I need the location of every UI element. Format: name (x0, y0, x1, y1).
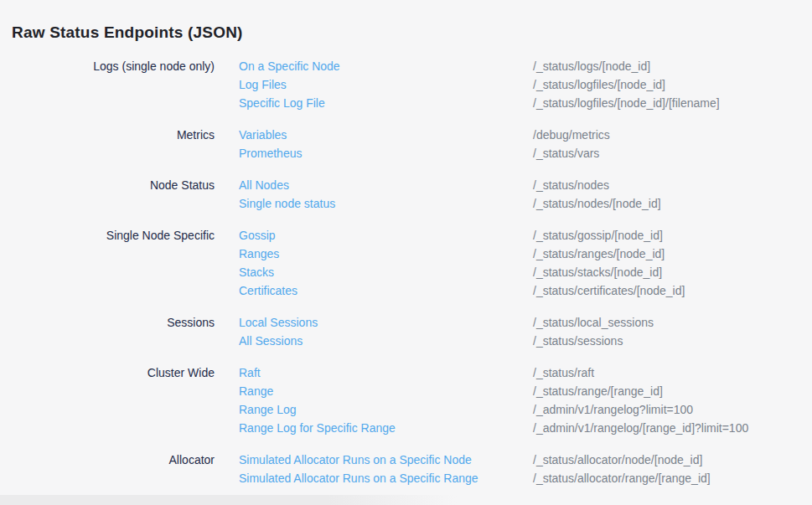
group-rows: Raft /_status/raft Range /_status/range/… (215, 363, 812, 437)
endpoint-row: Simulated Allocator Runs on a Specific N… (215, 451, 812, 469)
endpoint-path: /_status/allocator/node/[node_id] (533, 451, 702, 469)
endpoint-group: Logs (single node only) On a Specific No… (0, 57, 812, 112)
endpoint-link[interactable]: Prometheus (239, 147, 302, 160)
endpoint-row: Specific Log File /_status/logfiles/[nod… (215, 94, 812, 112)
endpoint-path: /_status/vars (533, 144, 599, 162)
bottom-shadow (0, 495, 457, 505)
endpoint-group: Metrics Variables /debug/metrics Prometh… (0, 126, 812, 162)
endpoint-row: Single node status /_status/nodes/[node_… (215, 194, 812, 213)
endpoint-path: /_status/local_sessions (533, 313, 654, 332)
endpoint-row: Prometheus /_status/vars (215, 144, 812, 162)
endpoint-row: All Nodes /_status/nodes (215, 176, 812, 194)
endpoint-row: Range /_status/range/[range_id] (215, 382, 812, 400)
endpoint-path: /_status/gossip/[node_id] (533, 226, 663, 245)
endpoint-link[interactable]: Range Log (239, 403, 297, 416)
endpoint-path: /_status/ranges/[node_id] (533, 245, 665, 263)
endpoint-row: Local Sessions /_status/local_sessions (215, 313, 812, 332)
endpoint-row: Range Log for Specific Range /_admin/v1/… (215, 419, 812, 437)
endpoint-link[interactable]: Local Sessions (239, 316, 318, 329)
endpoint-groups: Logs (single node only) On a Specific No… (0, 57, 812, 487)
group-rows: Variables /debug/metrics Prometheus /_st… (215, 126, 812, 162)
endpoint-link[interactable]: Stacks (239, 265, 274, 279)
endpoint-row: Ranges /_status/ranges/[node_id] (215, 245, 812, 263)
endpoint-row: Simulated Allocator Runs on a Specific R… (215, 469, 812, 487)
endpoint-path: /_status/logfiles/[node_id]/[filename] (533, 94, 720, 112)
endpoint-row: Range Log /_admin/v1/rangelog?limit=100 (215, 400, 812, 419)
group-rows: Local Sessions /_status/local_sessions A… (215, 313, 812, 350)
endpoint-path: /_status/nodes/[node_id] (533, 194, 661, 213)
category-label: Sessions (0, 313, 215, 350)
endpoint-path: /_status/raft (533, 363, 594, 382)
endpoint-row: All Sessions /_status/sessions (215, 332, 812, 350)
endpoint-row: Log Files /_status/logfiles/[node_id] (215, 75, 812, 94)
endpoint-link[interactable]: Single node status (239, 197, 335, 210)
group-rows: Gossip /_status/gossip/[node_id] Ranges … (215, 226, 812, 300)
endpoint-link[interactable]: Gossip (239, 229, 276, 242)
endpoint-path: /_status/allocator/range/[range_id] (533, 469, 711, 487)
endpoint-link[interactable]: On a Specific Node (239, 59, 340, 73)
endpoint-group: Cluster Wide Raft /_status/raft Range /_… (0, 363, 812, 437)
category-label: Node Status (0, 176, 215, 213)
group-rows: Simulated Allocator Runs on a Specific N… (215, 451, 812, 487)
endpoint-group: Node Status All Nodes /_status/nodes Sin… (0, 176, 812, 213)
endpoint-link[interactable]: Raft (239, 366, 261, 379)
endpoint-link[interactable]: Ranges (239, 247, 279, 260)
page-title: Raw Status Endpoints (JSON) (0, 11, 812, 44)
endpoint-path: /_status/stacks/[node_id] (533, 263, 662, 281)
endpoint-path: /_status/certificates/[node_id] (533, 281, 685, 300)
endpoint-row: On a Specific Node /_status/logs/[node_i… (215, 57, 812, 75)
endpoint-link[interactable]: Range Log for Specific Range (239, 421, 396, 435)
endpoint-link[interactable]: Range (239, 384, 273, 398)
category-label: Cluster Wide (0, 363, 215, 437)
endpoint-path: /_admin/v1/rangelog/[range_id]?limit=100 (533, 419, 748, 437)
endpoint-row: Raft /_status/raft (215, 363, 812, 382)
endpoint-row: Gossip /_status/gossip/[node_id] (215, 226, 812, 245)
endpoint-link[interactable]: Specific Log File (239, 96, 325, 110)
category-label: Allocator (0, 451, 215, 487)
category-label: Single Node Specific (0, 226, 215, 300)
category-label: Logs (single node only) (0, 57, 215, 112)
endpoint-group: Single Node Specific Gossip /_status/gos… (0, 226, 812, 300)
category-label: Metrics (0, 126, 215, 162)
endpoint-path: /_status/range/[range_id] (533, 382, 663, 400)
endpoint-path: /_status/logfiles/[node_id] (533, 75, 665, 94)
endpoint-link[interactable]: Log Files (239, 78, 287, 91)
endpoint-link[interactable]: Simulated Allocator Runs on a Specific N… (239, 453, 472, 466)
group-rows: All Nodes /_status/nodes Single node sta… (215, 176, 812, 213)
endpoint-link[interactable]: Variables (239, 128, 287, 142)
endpoint-path: /_status/logs/[node_id] (533, 57, 650, 75)
endpoint-group: Allocator Simulated Allocator Runs on a … (0, 451, 812, 487)
endpoint-row: Variables /debug/metrics (215, 126, 812, 144)
endpoint-path: /_admin/v1/rangelog?limit=100 (533, 400, 693, 419)
endpoint-link[interactable]: Simulated Allocator Runs on a Specific R… (239, 472, 478, 485)
endpoint-path: /debug/metrics (533, 126, 610, 144)
endpoint-group: Sessions Local Sessions /_status/local_s… (0, 313, 812, 350)
group-rows: On a Specific Node /_status/logs/[node_i… (215, 57, 812, 112)
endpoint-link[interactable]: Certificates (239, 284, 297, 297)
endpoint-path: /_status/nodes (533, 176, 609, 194)
endpoint-link[interactable]: All Sessions (239, 334, 303, 348)
endpoint-link[interactable]: All Nodes (239, 178, 289, 192)
endpoint-row: Stacks /_status/stacks/[node_id] (215, 263, 812, 281)
endpoint-path: /_status/sessions (533, 332, 623, 350)
endpoint-row: Certificates /_status/certificates/[node… (215, 281, 812, 300)
